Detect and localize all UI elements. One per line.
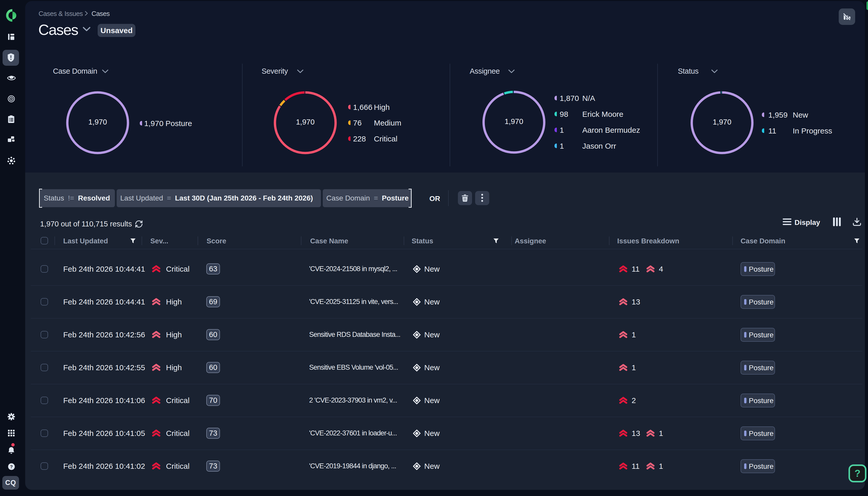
- svg-text:?: ?: [10, 464, 13, 469]
